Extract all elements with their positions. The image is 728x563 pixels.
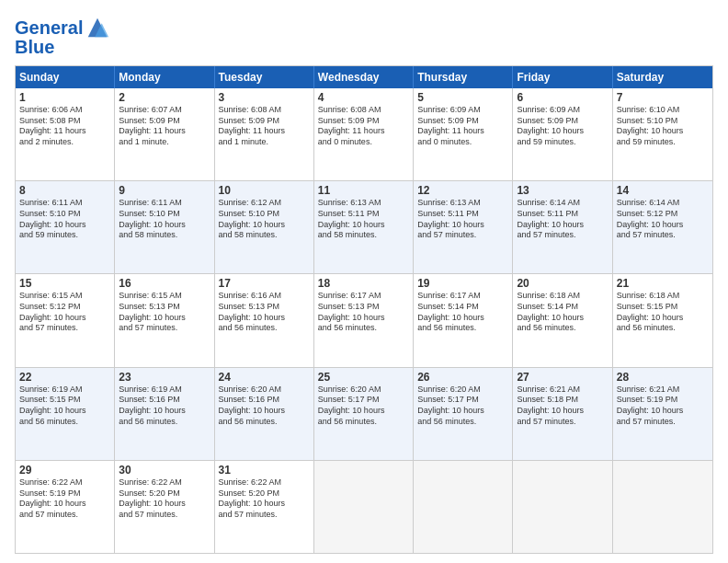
day-number: 4 — [318, 91, 409, 104]
logo: General Blue — [15, 15, 110, 58]
cell-info-line: Sunrise: 6:09 AM — [517, 105, 608, 116]
cell-info-line: and 56 minutes. — [417, 417, 508, 428]
cell-info-line: Daylight: 10 hours — [19, 313, 110, 324]
day-number: 10 — [219, 184, 310, 197]
cell-info-line: Sunset: 5:20 PM — [119, 488, 210, 500]
cell-info-line: and 56 minutes. — [219, 417, 310, 428]
calendar-cell: 21Sunrise: 6:18 AMSunset: 5:15 PMDayligh… — [613, 274, 712, 366]
cell-info-line: Daylight: 10 hours — [517, 126, 608, 137]
calendar-cell: 9Sunrise: 6:11 AMSunset: 5:10 PMDaylight… — [115, 181, 214, 273]
cell-info-line: Sunset: 5:10 PM — [219, 209, 310, 220]
cell-info-line: Daylight: 10 hours — [219, 313, 310, 324]
cell-info-line: Daylight: 10 hours — [19, 499, 110, 510]
cell-info-line: Daylight: 10 hours — [318, 313, 409, 324]
day-number: 3 — [219, 91, 310, 104]
cell-info-line: Daylight: 10 hours — [119, 220, 210, 231]
cell-info-line: Daylight: 11 hours — [417, 126, 508, 137]
cell-info-line: Sunrise: 6:17 AM — [318, 291, 409, 302]
calendar-body: 1Sunrise: 6:06 AMSunset: 5:08 PMDaylight… — [16, 88, 712, 553]
cell-info-line: Sunset: 5:08 PM — [19, 116, 110, 127]
calendar-cell: 27Sunrise: 6:21 AMSunset: 5:18 PMDayligh… — [513, 368, 612, 460]
calendar-cell: 5Sunrise: 6:09 AMSunset: 5:09 PMDaylight… — [414, 88, 513, 180]
page: General Blue SundayMondayTuesdayWednesda… — [0, 0, 728, 563]
cell-info-line: Sunrise: 6:09 AM — [417, 105, 508, 116]
cell-info-line: Sunrise: 6:08 AM — [219, 105, 310, 116]
cell-info-line: Daylight: 10 hours — [119, 499, 210, 510]
day-number: 7 — [617, 91, 709, 104]
cell-info-line: Sunset: 5:11 PM — [417, 209, 508, 220]
cell-info-line: and 57 minutes. — [617, 230, 709, 241]
cell-info-line: and 1 minute. — [119, 137, 210, 148]
calendar: SundayMondayTuesdayWednesdayThursdayFrid… — [15, 65, 713, 554]
weekday-header: Monday — [115, 66, 214, 88]
cell-info-line: Sunrise: 6:20 AM — [318, 385, 409, 396]
calendar-cell: 31Sunrise: 6:22 AMSunset: 5:20 PMDayligh… — [215, 461, 314, 553]
cell-info-line: Daylight: 10 hours — [417, 220, 508, 231]
cell-info-line: Sunset: 5:15 PM — [617, 302, 709, 313]
cell-info-line: Sunrise: 6:19 AM — [19, 385, 110, 396]
day-number: 29 — [19, 464, 110, 477]
cell-info-line: Daylight: 10 hours — [119, 406, 210, 417]
cell-info-line: Sunrise: 6:06 AM — [19, 105, 110, 116]
calendar-cell: 23Sunrise: 6:19 AMSunset: 5:16 PMDayligh… — [115, 368, 214, 460]
cell-info-line: Sunrise: 6:21 AM — [617, 385, 709, 396]
cell-info-line: and 56 minutes. — [219, 323, 310, 334]
cell-info-line: Sunset: 5:09 PM — [318, 116, 409, 127]
calendar-row: 1Sunrise: 6:06 AMSunset: 5:08 PMDaylight… — [16, 88, 712, 180]
cell-info-line: Sunrise: 6:13 AM — [417, 198, 508, 209]
day-number: 6 — [517, 91, 608, 104]
cell-info-line: Sunset: 5:09 PM — [517, 116, 608, 127]
logo-text: General — [15, 17, 83, 38]
day-number: 25 — [318, 371, 409, 384]
cell-info-line: Sunset: 5:12 PM — [19, 302, 110, 313]
cell-info-line: Daylight: 11 hours — [119, 126, 210, 137]
cell-info-line: Sunrise: 6:12 AM — [219, 198, 310, 209]
calendar-cell: 2Sunrise: 6:07 AMSunset: 5:09 PMDaylight… — [115, 88, 214, 180]
calendar-cell: 7Sunrise: 6:10 AMSunset: 5:10 PMDaylight… — [613, 88, 712, 180]
calendar-cell: 25Sunrise: 6:20 AMSunset: 5:17 PMDayligh… — [314, 368, 414, 460]
cell-info-line: Daylight: 10 hours — [517, 313, 608, 324]
calendar-header: SundayMondayTuesdayWednesdayThursdayFrid… — [16, 66, 712, 88]
empty-cell — [613, 461, 712, 553]
day-number: 20 — [517, 277, 608, 290]
calendar-cell: 28Sunrise: 6:21 AMSunset: 5:19 PMDayligh… — [613, 368, 712, 460]
calendar-cell: 6Sunrise: 6:09 AMSunset: 5:09 PMDaylight… — [513, 88, 612, 180]
day-number: 19 — [417, 277, 508, 290]
cell-info-line: Sunrise: 6:17 AM — [417, 291, 508, 302]
cell-info-line: Sunset: 5:09 PM — [119, 116, 210, 127]
calendar-cell: 18Sunrise: 6:17 AMSunset: 5:13 PMDayligh… — [314, 274, 414, 366]
cell-info-line: Sunset: 5:13 PM — [119, 302, 210, 313]
cell-info-line: Daylight: 10 hours — [617, 313, 709, 324]
calendar-row: 22Sunrise: 6:19 AMSunset: 5:15 PMDayligh… — [16, 367, 712, 460]
calendar-cell: 12Sunrise: 6:13 AMSunset: 5:11 PMDayligh… — [414, 181, 513, 273]
weekday-header: Tuesday — [215, 66, 314, 88]
header: General Blue — [15, 15, 713, 58]
weekday-header: Sunday — [16, 66, 115, 88]
cell-info-line: and 57 minutes. — [119, 323, 210, 334]
cell-info-line: Sunset: 5:16 PM — [219, 395, 310, 406]
cell-info-line: Sunset: 5:14 PM — [517, 302, 608, 313]
cell-info-line: Sunrise: 6:10 AM — [617, 105, 709, 116]
cell-info-line: and 58 minutes. — [318, 230, 409, 241]
day-number: 16 — [119, 277, 210, 290]
cell-info-line: Sunrise: 6:18 AM — [617, 291, 709, 302]
day-number: 11 — [318, 184, 409, 197]
cell-info-line: and 58 minutes. — [219, 230, 310, 241]
cell-info-line: Sunrise: 6:22 AM — [19, 477, 110, 488]
cell-info-line: and 1 minute. — [219, 137, 310, 148]
cell-info-line: Daylight: 10 hours — [617, 406, 709, 417]
cell-info-line: Daylight: 10 hours — [617, 126, 709, 137]
day-number: 5 — [417, 91, 508, 104]
cell-info-line: and 59 minutes. — [517, 137, 608, 148]
cell-info-line: Sunrise: 6:20 AM — [417, 385, 508, 396]
empty-cell — [513, 461, 612, 553]
cell-info-line: and 56 minutes. — [417, 323, 508, 334]
cell-info-line: Daylight: 11 hours — [19, 126, 110, 137]
day-number: 15 — [19, 277, 110, 290]
cell-info-line: and 57 minutes. — [119, 510, 210, 521]
cell-info-line: Daylight: 10 hours — [517, 220, 608, 231]
cell-info-line: and 59 minutes. — [617, 137, 709, 148]
calendar-cell: 8Sunrise: 6:11 AMSunset: 5:10 PMDaylight… — [16, 181, 115, 273]
calendar-cell: 13Sunrise: 6:14 AMSunset: 5:11 PMDayligh… — [513, 181, 612, 273]
cell-info-line: Daylight: 10 hours — [219, 499, 310, 510]
